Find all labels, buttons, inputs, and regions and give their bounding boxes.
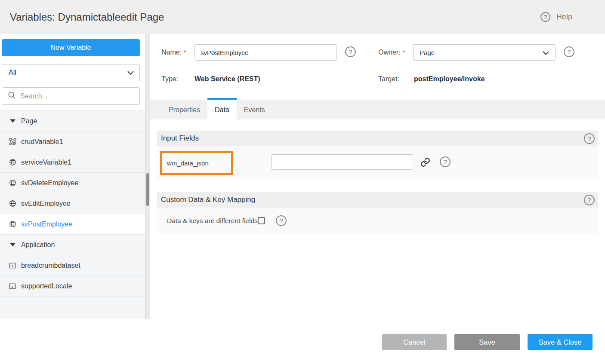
search-icon [8, 91, 16, 101]
scrollbar-thumb[interactable] [146, 173, 149, 206]
help-button[interactable]: ? Help [540, 12, 572, 22]
annotation-highlight-box: wm_data_json [160, 151, 233, 175]
list-item-supportedLocale[interactable]: x supportedLocale [0, 276, 145, 297]
item-label: svEditEmployee [21, 200, 71, 208]
chevron-down-icon [543, 49, 549, 56]
group-row-application[interactable]: Application [0, 235, 145, 255]
svg-text:x: x [11, 263, 14, 268]
list-item-crudVariable1[interactable]: crudVariable1 [0, 132, 145, 152]
name-input[interactable] [194, 44, 337, 61]
different-fields-checkbox[interactable] [258, 217, 265, 224]
list-item-svPostEmployee[interactable]: svPostEmployee [0, 214, 145, 235]
item-label: crudVariable1 [21, 138, 63, 146]
filter-selected-value: All [9, 69, 16, 76]
group-label: Application [21, 241, 55, 249]
item-label: breadcrumbdataset [21, 262, 80, 269]
different-fields-label: Data & keys are different fields [167, 217, 258, 225]
dialog-footer: Cancel Save Save & Close [0, 319, 605, 364]
web-service-icon [9, 179, 16, 187]
checkbox-help-icon[interactable]: ? [276, 215, 287, 226]
crud-variable-icon [9, 138, 16, 145]
web-service-icon [9, 220, 16, 228]
item-label: svPostEmployee [21, 220, 72, 228]
save-and-close-button[interactable]: Save & Close [528, 334, 593, 350]
group-row-page[interactable]: Page [0, 111, 145, 132]
item-label: supportedLocale [21, 282, 72, 290]
list-item-svDeleteEmployee[interactable]: svDeleteEmployee [0, 173, 145, 193]
group-label: Page [21, 117, 37, 125]
new-variable-button[interactable]: New Variable [2, 39, 140, 56]
required-asterisk: * [403, 49, 405, 56]
type-label: Type: [161, 75, 178, 83]
custom-mapping-help-icon[interactable]: ? [584, 195, 595, 205]
list-item-breadcrumbdataset[interactable]: x breadcrumbdataset [0, 255, 145, 276]
model-variable-icon: x [9, 262, 16, 269]
tab-properties[interactable]: Properties [161, 100, 207, 119]
search-box [2, 87, 140, 105]
owner-help-icon[interactable]: ? [564, 46, 574, 57]
section-title: Input Fields [161, 134, 199, 143]
web-service-icon [9, 200, 16, 207]
owner-select[interactable]: Page [413, 44, 556, 61]
main-panel: Name:* ? Owner:* Page ? Type: Web Servic… [150, 34, 605, 319]
web-service-icon [9, 159, 16, 166]
save-button[interactable]: Save [454, 334, 520, 350]
sidebar-scrollbar[interactable] [145, 34, 150, 319]
caret-down-icon [9, 243, 16, 247]
field-help-icon[interactable]: ? [440, 156, 451, 167]
model-variable-icon: x [9, 283, 16, 290]
type-value: Web Service (REST) [194, 75, 260, 83]
svg-text:x: x [11, 284, 14, 288]
search-input[interactable] [20, 92, 135, 100]
wm-data-json-value-input[interactable] [271, 154, 413, 170]
custom-mapping-header: Custom Data & Key Mapping ? [157, 192, 598, 208]
sidebar: New Variable All Page [0, 34, 145, 319]
field-label-wm-data-json: wm_data_json [167, 159, 209, 167]
input-fields-help-icon[interactable]: ? [584, 133, 595, 144]
input-fields-header: Input Fields ? [157, 131, 598, 146]
caret-down-icon [9, 119, 16, 123]
input-fields-section: Input Fields ? wm_data_json ? [157, 131, 598, 179]
name-help-icon[interactable]: ? [345, 46, 356, 57]
item-label: svDeleteEmployee [21, 179, 78, 187]
page-title: Variables: Dynamictableedit Page [10, 11, 164, 23]
cancel-button[interactable]: Cancel [382, 334, 447, 350]
target-value: postEmployee/invoke [414, 75, 485, 83]
item-label: serviceVariable1 [21, 159, 71, 166]
owner-label: Owner:* [378, 49, 405, 56]
required-asterisk: * [184, 49, 186, 56]
variable-list: Page crudVariable1 serviceVariable1 svDe… [0, 110, 145, 319]
variables-dialog: Variables: Dynamictableedit Page ? Help … [0, 0, 605, 364]
help-label: Help [556, 12, 572, 21]
bind-link-icon[interactable] [420, 157, 430, 169]
variable-filter-select[interactable]: All [2, 64, 140, 81]
list-item-serviceVariable1[interactable]: serviceVariable1 [0, 152, 145, 173]
input-fields-body: wm_data_json ? [157, 146, 598, 179]
list-item-svEditEmployee[interactable]: svEditEmployee [0, 193, 145, 214]
name-label: Name:* [161, 49, 186, 56]
custom-mapping-section: Custom Data & Key Mapping ? Data & keys … [157, 192, 598, 234]
tab-events[interactable]: Events [237, 100, 272, 119]
tab-bar: Properties Data Events [150, 100, 605, 119]
section-title: Custom Data & Key Mapping [161, 196, 255, 204]
owner-selected-value: Page [420, 49, 435, 56]
tab-data[interactable]: Data [207, 98, 237, 122]
custom-mapping-body: Data & keys are different fields ? [157, 208, 598, 234]
dialog-header: Variables: Dynamictableedit Page ? Help [0, 0, 605, 34]
chevron-down-icon [127, 69, 134, 76]
target-label: Target: [378, 75, 399, 83]
question-circle-icon: ? [540, 12, 550, 22]
